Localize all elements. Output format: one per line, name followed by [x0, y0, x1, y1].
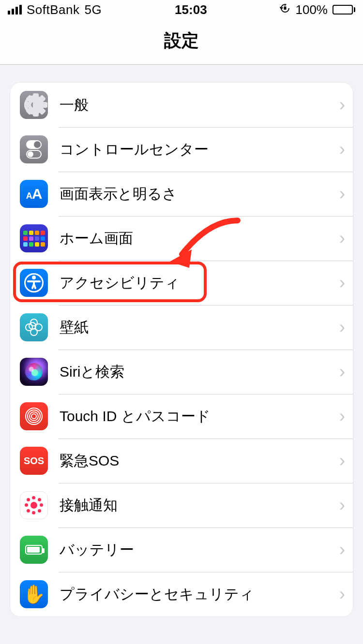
settings-row-general[interactable]: 一般 ›: [10, 83, 353, 127]
app-grid-icon: [20, 224, 48, 252]
signal-icon: [8, 5, 22, 15]
clock: 15:03: [175, 2, 207, 17]
chevron-right-icon: ›: [335, 540, 345, 560]
row-label: バッテリー: [60, 540, 335, 560]
row-label: アクセシビリティ: [60, 273, 335, 293]
page-title: 設定: [0, 19, 363, 65]
row-label: プライバシーとセキュリティ: [60, 585, 335, 604]
chevron-right-icon: ›: [335, 273, 345, 293]
row-label: 壁紙: [60, 318, 335, 337]
settings-group: 一般 › コントロールセンター › AA 画面表示と明るさ › ホーム画面 ›: [10, 82, 353, 617]
fingerprint-icon: [20, 402, 48, 430]
settings-row-exposure[interactable]: 接触通知 ›: [10, 483, 353, 527]
settings-row-privacy[interactable]: ✋ プライバシーとセキュリティ ›: [10, 572, 353, 616]
chevron-right-icon: ›: [335, 451, 345, 471]
row-label: 緊急SOS: [60, 451, 335, 471]
settings-row-wallpaper[interactable]: 壁紙 ›: [10, 305, 353, 350]
settings-row-touchid[interactable]: Touch ID とパスコード ›: [10, 394, 353, 439]
toggles-icon: [20, 135, 48, 163]
orientation-lock-icon: [280, 3, 290, 16]
battery-icon: [333, 5, 355, 15]
settings-row-accessibility[interactable]: アクセシビリティ ›: [10, 261, 353, 305]
accessibility-icon: [20, 269, 48, 297]
carrier-name: SoftBank: [27, 2, 80, 17]
row-label: 画面表示と明るさ: [60, 184, 335, 204]
settings-row-control-center[interactable]: コントロールセンター ›: [10, 127, 353, 172]
sos-icon: SOS: [20, 447, 48, 475]
flower-icon: [20, 313, 48, 341]
exposure-icon: [20, 491, 48, 519]
settings-row-siri[interactable]: Siriと検索 ›: [10, 350, 353, 394]
row-label: 一般: [60, 95, 335, 115]
chevron-right-icon: ›: [335, 406, 345, 426]
chevron-right-icon: ›: [335, 228, 345, 249]
chevron-right-icon: ›: [335, 362, 345, 382]
text-size-icon: AA: [20, 180, 48, 208]
chevron-right-icon: ›: [335, 184, 345, 204]
settings-row-home-screen[interactable]: ホーム画面 ›: [10, 216, 353, 261]
settings-row-battery[interactable]: バッテリー ›: [10, 527, 353, 572]
siri-icon: [20, 358, 48, 386]
chevron-right-icon: ›: [335, 95, 345, 115]
svg-rect-1: [284, 7, 287, 10]
row-label: Siriと検索: [60, 362, 335, 382]
chevron-right-icon: ›: [335, 495, 345, 515]
status-bar: SoftBank 5G 15:03 100%: [0, 0, 363, 19]
gear-icon: [20, 91, 48, 119]
network-type: 5G: [85, 2, 102, 17]
battery-percent: 100%: [295, 2, 328, 17]
chevron-right-icon: ›: [335, 317, 345, 337]
row-label: コントロールセンター: [60, 140, 335, 160]
row-label: ホーム画面: [60, 229, 335, 249]
row-label: 接触通知: [60, 496, 335, 515]
chevron-right-icon: ›: [335, 139, 345, 160]
chevron-right-icon: ›: [335, 584, 345, 604]
hand-icon: ✋: [20, 580, 48, 608]
row-label: Touch ID とパスコード: [60, 407, 335, 426]
settings-row-display[interactable]: AA 画面表示と明るさ ›: [10, 172, 353, 216]
battery-row-icon: [20, 536, 48, 564]
settings-row-sos[interactable]: SOS 緊急SOS ›: [10, 439, 353, 483]
